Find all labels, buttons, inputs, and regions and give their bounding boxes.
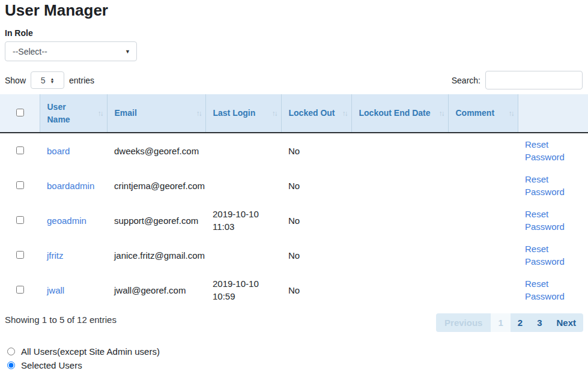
user-scope-options: All Users(except Site Admin users) Selec…: [7, 346, 583, 370]
lockout-end-date-cell: [351, 203, 448, 238]
chevron-down-icon: ▼: [125, 49, 130, 55]
comment-cell: [448, 168, 518, 203]
entries-count-select[interactable]: 5 ▲ ▼: [31, 71, 64, 89]
sort-icon: ↑↓: [272, 107, 277, 120]
spinner-arrows-icon: ▲ ▼: [50, 77, 54, 83]
lockout-end-date-cell: [351, 273, 448, 307]
column-header-locked-out[interactable]: Locked Out ↑↓: [281, 94, 351, 133]
sort-icon: ↑↓: [342, 107, 347, 120]
table-footer: Showing 1 to 5 of 12 entries Previous 1 …: [5, 313, 583, 332]
table-row: jwall jwall@georef.com 2019-10-10 10:59 …: [0, 273, 588, 307]
last-login-cell: 2019-10-10 11:03: [205, 203, 281, 238]
search-control: Search:: [452, 71, 583, 89]
reset-password-link[interactable]: Reset Password: [525, 173, 581, 198]
locked-out-cell: No: [281, 273, 351, 307]
sort-icon: ↑↓: [439, 107, 444, 120]
username-link[interactable]: boardadmin: [47, 181, 94, 191]
users-table: User Name ↑↓ Email ↑↓ Last Login ↑↓ Lock…: [0, 94, 588, 307]
reset-password-link[interactable]: Reset Password: [525, 243, 581, 268]
username-link[interactable]: geoadmin: [47, 216, 86, 226]
lockout-end-date-cell: [351, 133, 448, 168]
pagination-next-button[interactable]: Next: [549, 313, 583, 332]
table-info: Showing 1 to 5 of 12 entries: [5, 313, 117, 325]
sort-icon: ↑↓: [196, 107, 201, 120]
last-login-cell: [205, 133, 281, 168]
email-cell: crintjema@georef.com: [107, 168, 205, 203]
comment-cell: [448, 238, 518, 273]
row-checkbox[interactable]: [16, 286, 24, 294]
table-row: boardadmin crintjema@georef.com No Reset…: [0, 168, 588, 203]
page-title: User Manager: [5, 1, 583, 20]
reset-password-link[interactable]: Reset Password: [525, 277, 581, 303]
row-checkbox[interactable]: [16, 216, 24, 224]
table-row: jfritz janice.fritz@gmail.com No Reset P…: [0, 238, 588, 273]
locked-out-cell: No: [281, 238, 351, 273]
role-filter-label: In Role: [5, 28, 588, 38]
entries-count-value: 5: [41, 76, 46, 85]
table-controls: Show 5 ▲ ▼ entries Search:: [5, 71, 583, 89]
search-label: Search:: [452, 76, 480, 85]
email-cell: janice.fritz@gmail.com: [107, 238, 205, 273]
column-header-lockout-end-date[interactable]: Lockout End Date ↑↓: [351, 94, 448, 133]
comment-cell: [448, 273, 518, 307]
row-checkbox[interactable]: [16, 181, 24, 189]
selected-users-radio-label: Selected Users: [21, 360, 82, 370]
lockout-end-date-cell: [351, 168, 448, 203]
pagination-page-1[interactable]: 1: [491, 313, 510, 332]
username-link[interactable]: jfritz: [47, 250, 64, 261]
role-select[interactable]: --Select-- ▼: [5, 41, 137, 61]
length-prefix-label: Show: [5, 76, 26, 85]
table-row: geoadmin support@georef.com 2019-10-10 1…: [0, 203, 588, 238]
column-header-email[interactable]: Email ↑↓: [107, 94, 205, 133]
username-link[interactable]: jwall: [47, 285, 64, 295]
column-header-comment[interactable]: Comment ↑↓: [448, 94, 518, 133]
table-header-row: User Name ↑↓ Email ↑↓ Last Login ↑↓ Lock…: [0, 94, 588, 133]
last-login-cell: [205, 168, 281, 203]
email-cell: jwall@georef.com: [107, 273, 205, 307]
pagination-page-2[interactable]: 2: [511, 313, 530, 332]
column-header-last-login[interactable]: Last Login ↑↓: [205, 94, 281, 133]
all-users-radio[interactable]: [7, 348, 15, 355]
entries-length-control: Show 5 ▲ ▼ entries: [5, 71, 94, 89]
last-login-cell: [205, 238, 281, 273]
pagination: Previous 1 2 3 Next: [436, 313, 583, 332]
lockout-end-date-cell: [351, 238, 448, 273]
comment-cell: [448, 203, 518, 238]
selected-users-radio[interactable]: [7, 361, 15, 369]
sort-icon: ↑↓: [98, 107, 103, 120]
locked-out-cell: No: [281, 203, 351, 238]
comment-cell: [448, 133, 518, 168]
username-link[interactable]: board: [47, 146, 70, 156]
table-row: board dweeks@georef.com No Reset Passwor…: [0, 133, 588, 168]
locked-out-cell: No: [281, 168, 351, 203]
reset-password-link[interactable]: Reset Password: [525, 208, 581, 233]
column-header-username[interactable]: User Name ↑↓: [40, 94, 107, 133]
last-login-cell: 2019-10-10 10:59: [205, 273, 281, 307]
pagination-page-3[interactable]: 3: [530, 313, 549, 332]
row-checkbox[interactable]: [16, 251, 24, 259]
search-input[interactable]: [485, 71, 583, 89]
email-cell: support@georef.com: [107, 203, 205, 238]
row-checkbox[interactable]: [16, 146, 24, 154]
role-select-value: --Select--: [13, 47, 47, 56]
locked-out-cell: No: [281, 133, 351, 168]
pagination-previous-button[interactable]: Previous: [436, 313, 491, 332]
email-cell: dweeks@georef.com: [107, 133, 205, 168]
sort-icon: ↑↓: [509, 107, 514, 120]
length-suffix-label: entries: [69, 76, 94, 85]
all-users-radio-label: All Users(except Site Admin users): [21, 346, 160, 357]
select-all-checkbox[interactable]: [16, 109, 24, 116]
reset-password-link[interactable]: Reset Password: [525, 138, 581, 163]
select-all-header: [0, 94, 40, 133]
column-header-actions: [518, 94, 588, 133]
